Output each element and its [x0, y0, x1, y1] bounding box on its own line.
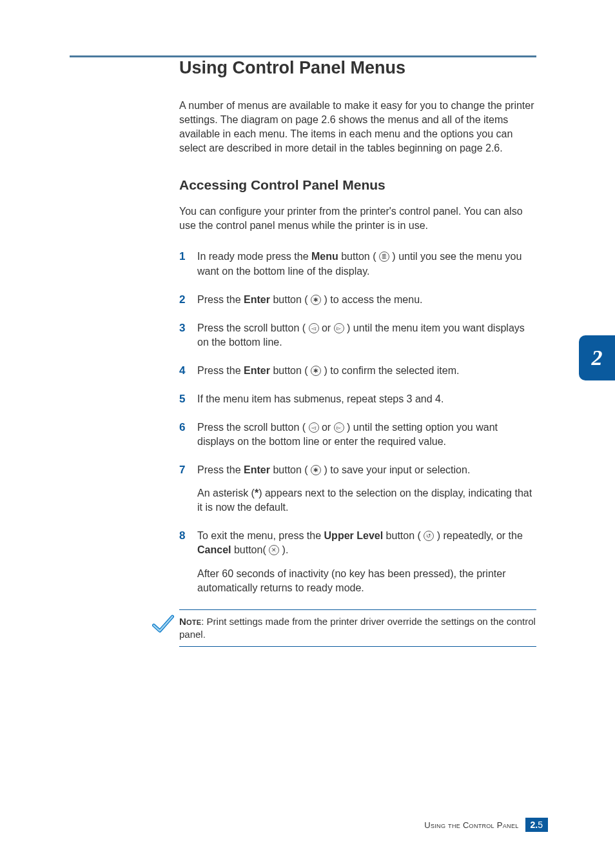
chapter-tab: 2 — [579, 335, 615, 380]
step-text: Press the scroll button ( ◅ or ▻ ) until… — [197, 422, 498, 447]
page-footer: Using the Control Panel 2.5 — [424, 818, 548, 832]
scroll-right-icon: ▻ — [334, 422, 344, 433]
step-8: 8 To exit the menu, press the Upper Leve… — [179, 529, 536, 595]
step-text: Press the Enter button ( ✱ ) to save you… — [197, 464, 470, 475]
section-intro: You can configure your printer from the … — [179, 204, 536, 233]
chapter-tab-number: 2 — [592, 346, 603, 370]
cancel-button-icon: ✕ — [269, 545, 279, 555]
page-content: Using Control Panel Menus A number of me… — [179, 58, 536, 647]
enter-button-icon: ✱ — [311, 366, 321, 376]
enter-button-icon: ✱ — [311, 465, 321, 475]
step-6: 6 Press the scroll button ( ◅ or ▻ ) unt… — [179, 420, 536, 449]
scroll-left-icon: ◅ — [309, 422, 319, 433]
section-heading: Accessing Control Panel Menus — [179, 177, 536, 193]
note-label: Note — [179, 616, 201, 627]
step-5: 5 If the menu item has submenus, repeat … — [179, 392, 536, 406]
step-2: 2 Press the Enter button ( ✱ ) to access… — [179, 293, 536, 307]
enter-button-icon: ✱ — [311, 295, 321, 305]
step-number: 8 — [179, 528, 185, 543]
scroll-right-icon: ▻ — [334, 323, 344, 333]
menu-button-icon: ≣ — [379, 252, 389, 262]
step-3: 3 Press the scroll button ( ◅ or ▻ ) unt… — [179, 321, 536, 350]
note-block: Note: Print settings made from the print… — [157, 609, 536, 647]
step-number: 4 — [179, 363, 185, 378]
note-text: : Print settings made from the printer d… — [179, 616, 536, 640]
step-1: 1 In ready mode press the Menu button ( … — [179, 250, 536, 278]
step-8-note: After 60 seconds of inactivity (no key h… — [197, 567, 536, 595]
upper-level-button-icon: ↺ — [424, 531, 434, 541]
header-rule — [70, 55, 536, 57]
step-text: Press the Enter button ( ✱ ) to access t… — [197, 294, 423, 305]
step-number: 1 — [179, 249, 185, 264]
step-number: 6 — [179, 420, 185, 435]
step-number: 7 — [179, 462, 185, 477]
steps-list: 1 In ready mode press the Menu button ( … — [179, 250, 536, 595]
step-number: 5 — [179, 391, 185, 406]
page-title: Using Control Panel Menus — [179, 58, 536, 78]
step-text: To exit the menu, press the Upper Level … — [197, 530, 523, 555]
step-4: 4 Press the Enter button ( ✱ ) to confir… — [179, 364, 536, 378]
step-text: Press the Enter button ( ✱ ) to confirm … — [197, 365, 459, 376]
page-number-badge: 2.5 — [525, 818, 548, 832]
step-7: 7 Press the Enter button ( ✱ ) to save y… — [179, 463, 536, 515]
footer-section-label: Using the Control Panel — [424, 820, 518, 830]
step-text: If the menu item has submenus, repeat st… — [197, 393, 444, 404]
step-number: 2 — [179, 292, 185, 307]
step-text: Press the scroll button ( ◅ or ▻ ) until… — [197, 322, 525, 348]
intro-paragraph: A number of menus are available to make … — [179, 99, 536, 155]
scroll-left-icon: ◅ — [309, 323, 319, 333]
note-box: Note: Print settings made from the print… — [179, 609, 536, 647]
step-7-note: An asterisk (*) appears next to the sele… — [197, 486, 536, 515]
note-checkmark-icon — [152, 613, 174, 635]
step-number: 3 — [179, 321, 185, 335]
step-text: In ready mode press the Menu button ( ≣ … — [197, 251, 522, 276]
